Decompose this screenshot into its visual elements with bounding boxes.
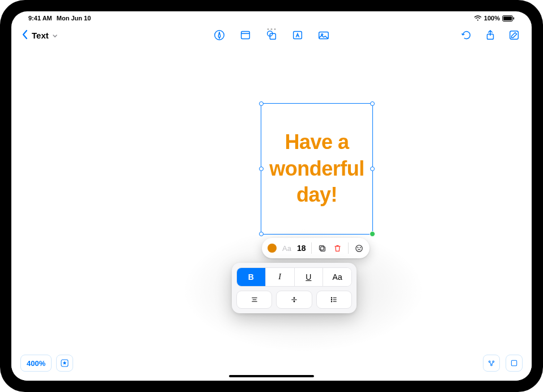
bold-button[interactable]: B — [237, 268, 266, 286]
undo-button[interactable] — [459, 28, 474, 42]
status-time: 9:41 AM — [28, 15, 52, 22]
screen: 9:41 AM Mon Jun 10 100% Text — [11, 11, 532, 381]
vertical-align-button[interactable] — [276, 291, 312, 309]
svg-rect-12 — [321, 246, 325, 251]
bottom-right-controls — [483, 355, 523, 372]
resize-handle-bl[interactable] — [259, 232, 264, 236]
media-tool-icon[interactable] — [316, 28, 331, 42]
status-date: Mon Jun 10 — [57, 15, 91, 22]
compose-button[interactable] — [507, 28, 521, 42]
svg-rect-24 — [511, 360, 516, 365]
duplicate-button[interactable] — [317, 244, 327, 253]
canvas[interactable]: Have a wonderful day! Aa 18 — [11, 46, 532, 381]
font-picker[interactable]: Aa — [282, 244, 291, 253]
zoom-controls: 400% — [20, 355, 73, 372]
battery-percent: 100% — [484, 15, 500, 22]
chevron-down-icon — [52, 33, 58, 40]
divider — [311, 242, 312, 254]
tool-selector[interactable]: Text — [32, 31, 58, 40]
battery-icon — [502, 15, 515, 22]
svg-rect-13 — [320, 245, 324, 250]
format-panel: B I U Aa — [232, 263, 357, 313]
favorites-zoom-button[interactable] — [56, 355, 73, 372]
text-tool-icon[interactable] — [290, 28, 305, 42]
resize-handle-mr[interactable] — [370, 167, 375, 171]
resize-handle-ml[interactable] — [259, 167, 264, 171]
svg-point-22 — [493, 361, 494, 363]
resize-handle-br[interactable] — [370, 231, 375, 237]
shape-tool-icon[interactable] — [264, 28, 279, 42]
minimap-button[interactable] — [506, 355, 523, 372]
underline-button[interactable]: U — [295, 268, 324, 286]
text-content[interactable]: Have a wonderful day! — [266, 129, 368, 208]
sticky-note-tool-icon[interactable] — [238, 28, 253, 42]
top-toolbar: Text — [11, 24, 532, 46]
home-indicator[interactable] — [229, 375, 314, 377]
svg-point-21 — [489, 361, 490, 363]
status-bar: 9:41 AM Mon Jun 10 100% — [11, 11, 532, 24]
resize-handle-tr[interactable] — [370, 101, 375, 106]
svg-rect-1 — [503, 16, 512, 20]
svg-rect-4 — [241, 32, 250, 39]
text-box[interactable]: Have a wonderful day! — [261, 103, 373, 235]
list-button[interactable] — [316, 291, 352, 309]
font-size-field[interactable]: 18 — [297, 244, 306, 253]
align-button[interactable] — [236, 291, 272, 309]
pen-tool-icon[interactable] — [212, 28, 227, 42]
tool-label: Text — [32, 31, 49, 40]
back-button[interactable] — [22, 29, 28, 41]
svg-point-23 — [491, 364, 493, 366]
svg-point-19 — [332, 301, 332, 302]
text-color-swatch[interactable] — [268, 244, 277, 253]
svg-rect-2 — [514, 17, 515, 19]
resize-handle-tl[interactable] — [259, 101, 264, 106]
delete-button[interactable] — [333, 244, 342, 253]
wifi-icon — [474, 15, 482, 22]
svg-point-15 — [358, 247, 358, 248]
svg-point-17 — [332, 297, 332, 298]
italic-button[interactable]: I — [266, 268, 295, 286]
collaborators-button[interactable] — [483, 355, 500, 372]
divider — [348, 242, 349, 254]
text-style-button[interactable]: Aa — [323, 268, 351, 286]
svg-point-16 — [360, 247, 361, 248]
inline-toolbar: Aa 18 — [262, 238, 370, 258]
device-frame: 9:41 AM Mon Jun 10 100% Text — [0, 0, 543, 392]
svg-point-14 — [356, 245, 362, 251]
svg-point-18 — [332, 299, 332, 300]
more-button[interactable] — [354, 244, 364, 253]
zoom-level-button[interactable]: 400% — [20, 355, 52, 372]
share-button[interactable] — [483, 28, 498, 42]
